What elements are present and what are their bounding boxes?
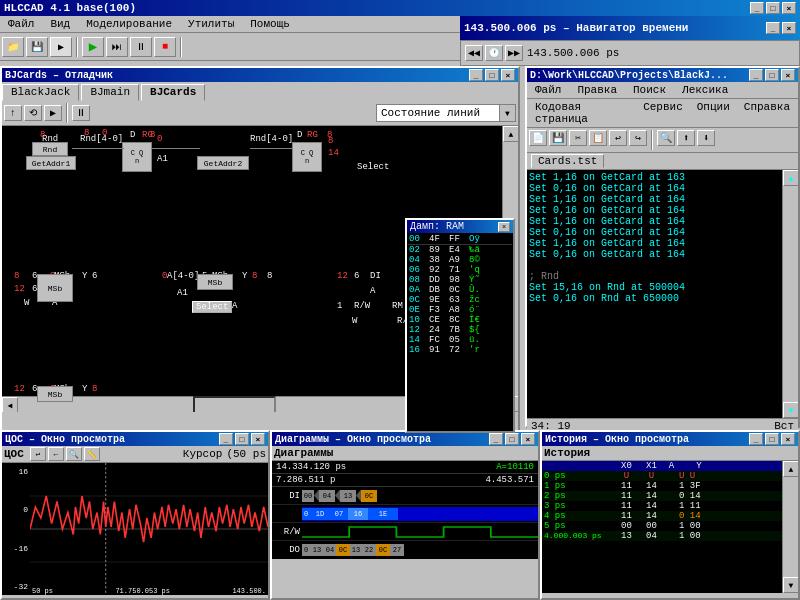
menu-utils[interactable]: Утилиты [184,17,238,31]
scroll-up-btn[interactable]: ▲ [503,126,518,142]
hist-row-4: 4 ps 11 14 0 14 [542,511,798,521]
src-scroll-down[interactable]: ▼ [783,402,798,418]
scroll-left-btn[interactable]: ◀ [2,397,18,412]
src-tb8[interactable]: ⬆ [677,130,695,146]
hist-scroll-up[interactable]: ▲ [783,461,798,477]
tsos-cursor-label: Курсор [183,448,223,460]
hist-close[interactable]: × [781,433,795,445]
diag-max[interactable]: □ [505,433,519,445]
hist-max[interactable]: □ [765,433,779,445]
menu-file[interactable]: Файл [4,17,38,31]
tsos-tb3[interactable]: 🔍 [66,447,82,461]
bjcards-close[interactable]: × [501,69,515,81]
tab-bjcards[interactable]: BJCards [141,84,205,101]
source-window: D:\Work\HLCCAD\Projects\BlackJ... _ □ × … [525,66,800,428]
hist-min[interactable]: _ [749,433,763,445]
tsos-close[interactable]: × [251,433,265,445]
close-button[interactable]: × [782,2,796,14]
menu-help[interactable]: Помощь [246,17,294,31]
timenav-close[interactable]: × [782,22,796,34]
src-menu-service[interactable]: Сервис [639,100,687,126]
menu-view[interactable]: Вид [46,17,74,31]
main-title: HLCCAD 4.1 base(100) [4,2,136,14]
state-combo-arrow[interactable]: ▼ [499,105,515,121]
main-titlebar-buttons: _ □ × [750,2,796,14]
select-label-2[interactable]: Select [192,301,232,313]
src-tb3[interactable]: ✂ [569,130,587,146]
tab-blackjack[interactable]: BlackJack [2,84,79,101]
bjcards-maximize[interactable]: □ [485,69,499,81]
src-menu-search[interactable]: Поиск [629,83,670,97]
source-filename-tab: Cards.tst [527,153,798,170]
tsos-title: ЦОС – Окно просмотра [5,434,125,445]
src-scroll-up[interactable]: ▲ [783,170,798,186]
bj-btn1[interactable]: ↑ [4,105,22,121]
tsos-tb1[interactable]: ↩ [30,447,46,461]
history-window: История – Окно просмотра _ □ × История X… [540,430,800,600]
tsos-yaxis: 16 0 -16 -32 [2,463,30,595]
src-close[interactable]: × [781,69,795,81]
history-title: История – Окно просмотра [545,434,689,445]
nav-back[interactable]: ◀◀ [465,45,483,61]
toolbar-btn-3[interactable]: ▶ [50,37,72,57]
select-main-box[interactable]: Select [193,396,276,412]
diag-close[interactable]: × [521,433,535,445]
sch-ff1: C Q n [122,142,152,172]
damp-close[interactable]: × [498,222,510,232]
src-max[interactable]: □ [765,69,779,81]
bjcards-title: BJCards – Отладчик [5,70,113,81]
diag-min[interactable]: _ [489,433,503,445]
bj-btn3[interactable]: ▶ [44,105,62,121]
tab-bjmain[interactable]: BJmain [81,84,139,101]
hist-scroll-down[interactable]: ▼ [783,577,798,593]
tsos-max[interactable]: □ [235,433,249,445]
nav-forward[interactable]: ▶▶ [505,45,523,61]
toolbar-btn-1[interactable]: 📁 [2,37,24,57]
diagram-titlebar: Диаграммы – Окно просмотра _ □ × [272,432,538,446]
toolbar-pause[interactable]: ⏸ [130,37,152,57]
toolbar-run[interactable]: ▶ [82,37,104,57]
src-tb5[interactable]: ↩ [609,130,627,146]
source-titlebar: D:\Work\HLCCAD\Projects\BlackJ... _ □ × [527,68,798,82]
src-tb4[interactable]: 📋 [589,130,607,146]
toolbar-btn-2[interactable]: 💾 [26,37,48,57]
toolbar-stop[interactable]: ■ [154,37,176,57]
source-content[interactable]: Set 1,16 on GetCard at 163 Set 0,16 on G… [527,170,798,418]
maximize-button[interactable]: □ [766,2,780,14]
bjcards-toolbar: ↑ ⟲ ▶ ⏸ Состояние линий ▼ [2,101,518,126]
src-tb2[interactable]: 💾 [549,130,567,146]
src-menu-file[interactable]: Файл [531,83,565,97]
src-tb6[interactable]: ↪ [629,130,647,146]
src-menu-lex[interactable]: Лексика [678,83,732,97]
src-tb1[interactable]: 📄 [529,130,547,146]
bjcards-minimize[interactable]: _ [469,69,483,81]
hist-row-3: 3 ps 11 14 1 11 [542,501,798,511]
src-tb9[interactable]: ⬇ [697,130,715,146]
nav-clock[interactable]: 🕐 [485,45,503,61]
source-file-tab[interactable]: Cards.tst [531,154,604,168]
src-menu-codepage[interactable]: Кодовая страница [531,100,633,126]
timenav-minimize[interactable]: _ [766,22,780,34]
hist-row-1: 1 ps 11 14 1 3F [542,481,798,491]
hist-row-6: 4.000.003 ps 13 04 1 00 [542,531,798,541]
hist-scrollbar[interactable]: ▲ ▼ [782,461,798,593]
src-menu-help[interactable]: Справка [740,100,794,126]
history-titlebar: История – Окно просмотра _ □ × [542,432,798,446]
diagram-timeinfo2: 7.286.511 p 4.453.571 [272,474,538,487]
state-combo[interactable]: Состояние линий ▼ [376,104,516,122]
tsos-min[interactable]: _ [219,433,233,445]
tsos-tb4[interactable]: 📏 [84,447,100,461]
tsos-tb2[interactable]: ← [48,447,64,461]
src-menu-edit[interactable]: Правка [573,83,621,97]
tsos-window: ЦОС – Окно просмотра _ □ × ЦОС ↩ ← 🔍 📏 К… [0,430,270,600]
bj-btn4[interactable]: ⏸ [72,105,90,121]
bj-btn2[interactable]: ⟲ [24,105,42,121]
menu-modeling[interactable]: Моделирование [82,17,176,31]
toolbar-step[interactable]: ⏭ [106,37,128,57]
src-menu-options[interactable]: Опции [693,100,734,126]
time-nav-title: 143.500.006 ps – Навигатор времени _ × [460,16,800,40]
minimize-button[interactable]: _ [750,2,764,14]
src-min[interactable]: _ [749,69,763,81]
src-scrollbar[interactable]: ▲ ▼ [782,170,798,418]
src-tb7[interactable]: 🔍 [657,130,675,146]
